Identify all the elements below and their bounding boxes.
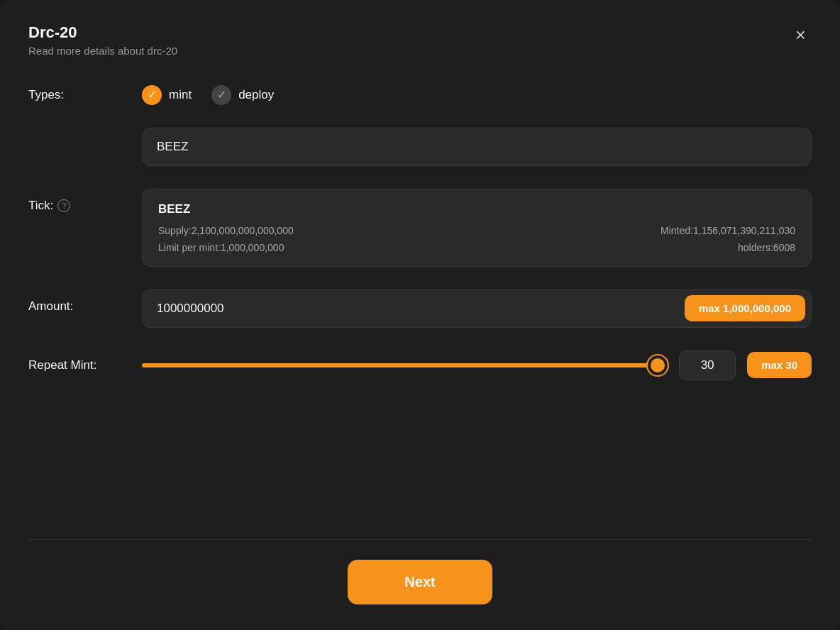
tick-card-wrapper: BEEZ Supply:2,100,000,000,000,000 Minted… bbox=[142, 189, 812, 267]
types-label: Types: bbox=[28, 88, 142, 102]
modal-subtitle: Read more details about drc-20 bbox=[28, 45, 177, 57]
search-input[interactable] bbox=[142, 128, 812, 166]
repeat-mint-row: Repeat Mint: max 30 bbox=[28, 350, 812, 380]
tick-holders: holders:6008 bbox=[477, 242, 795, 253]
radio-deploy-icon: ✓ bbox=[211, 85, 231, 105]
repeat-mint-control: max 30 bbox=[142, 350, 812, 380]
tick-supply: Supply:2,100,000,000,000,000 bbox=[158, 225, 477, 236]
search-control bbox=[142, 128, 812, 166]
modal-title: Drc-20 bbox=[28, 23, 177, 43]
modal-title-block: Drc-20 Read more details about drc-20 bbox=[28, 23, 177, 57]
tick-label: Tick: ? bbox=[28, 189, 142, 213]
close-button[interactable]: × bbox=[790, 23, 812, 47]
modal-footer: Next bbox=[28, 539, 812, 630]
max-amount-button[interactable]: max 1,000,000,000 bbox=[685, 295, 805, 321]
repeat-mint-value-input[interactable] bbox=[679, 350, 736, 380]
types-row: Types: ✓ mint ✓ deploy bbox=[28, 85, 812, 105]
amount-control: max 1,000,000,000 bbox=[142, 289, 812, 328]
amount-label: Amount: bbox=[28, 289, 142, 314]
radio-mint-icon: ✓ bbox=[142, 85, 162, 105]
radio-deploy-label: deploy bbox=[238, 88, 274, 102]
tick-card: BEEZ Supply:2,100,000,000,000,000 Minted… bbox=[142, 189, 812, 267]
radio-deploy[interactable]: ✓ deploy bbox=[211, 85, 274, 105]
next-button[interactable]: Next bbox=[348, 560, 492, 604]
modal-container: Drc-20 Read more details about drc-20 × … bbox=[0, 0, 840, 630]
modal-header: Drc-20 Read more details about drc-20 × bbox=[28, 23, 812, 57]
max-repeat-button[interactable]: max 30 bbox=[747, 352, 812, 378]
tick-minted: Minted:1,156,071,390,211,030 bbox=[477, 225, 795, 236]
repeat-mint-slider[interactable] bbox=[142, 363, 668, 368]
tick-help-icon[interactable]: ? bbox=[57, 199, 70, 212]
radio-mint-label: mint bbox=[169, 88, 192, 102]
radio-mint[interactable]: ✓ mint bbox=[142, 85, 192, 105]
amount-input[interactable] bbox=[157, 290, 676, 327]
tick-limit: Limit per mint:1,000,000,000 bbox=[158, 242, 477, 253]
types-radio-group: ✓ mint ✓ deploy bbox=[142, 85, 812, 105]
tick-details: Supply:2,100,000,000,000,000 Minted:1,15… bbox=[158, 225, 795, 253]
search-row bbox=[28, 128, 812, 166]
amount-input-wrapper: max 1,000,000,000 bbox=[142, 289, 812, 328]
amount-row: Amount: max 1,000,000,000 bbox=[28, 289, 812, 328]
repeat-mint-label: Repeat Mint: bbox=[28, 358, 142, 372]
form-body: Types: ✓ mint ✓ deploy Tick: bbox=[28, 85, 812, 539]
search-spacer bbox=[28, 128, 142, 138]
slider-wrapper bbox=[142, 355, 668, 375]
tick-row: Tick: ? BEEZ Supply:2,100,000,000,000,00… bbox=[28, 189, 812, 267]
tick-name: BEEZ bbox=[158, 202, 795, 216]
